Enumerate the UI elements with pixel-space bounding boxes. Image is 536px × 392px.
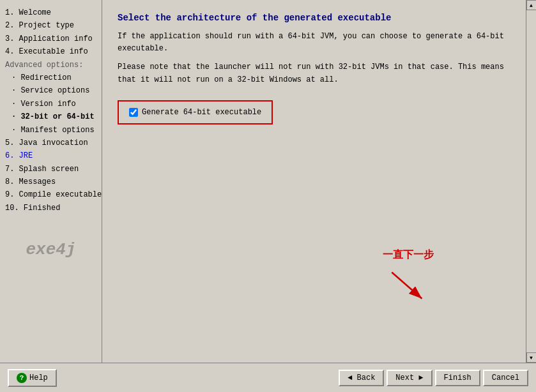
help-button[interactable]: ? Help: [8, 369, 57, 387]
checkbox-container: Generate 64-bit executable: [118, 100, 273, 124]
annotation-text: 一直下一步: [383, 248, 434, 262]
scrollbar-right[interactable]: ▲ ▼: [526, 0, 536, 363]
finish-label: Finish: [444, 373, 471, 382]
annotation-arrow: [383, 267, 434, 305]
footer: ? Help ◄ Back Next ► Finish Cancel: [0, 363, 536, 392]
finish-button[interactable]: Finish: [435, 370, 480, 386]
sidebar-item-executable-info[interactable]: 4. Executable info: [5, 45, 96, 58]
generate-64bit-label: Generate 64-bit executable: [142, 108, 261, 117]
next-button[interactable]: Next ►: [387, 370, 432, 386]
svg-line-1: [392, 273, 422, 299]
next-label: Next ►: [395, 373, 423, 382]
cancel-button[interactable]: Cancel: [483, 370, 528, 386]
scroll-down-btn[interactable]: ▼: [526, 352, 537, 363]
sidebar-item-project-type[interactable]: 2. Project type: [5, 19, 96, 32]
main-container: 1. Welcome 2. Project type 3. Applicatio…: [0, 0, 536, 363]
sidebar-item-application-info[interactable]: 3. Application info: [5, 33, 96, 45]
content-desc2: Please note that the launcher will not r…: [118, 61, 521, 86]
help-label: Help: [29, 373, 48, 382]
sidebar-item-manifest-options[interactable]: · Manifest options: [5, 124, 96, 137]
cancel-label: Cancel: [492, 373, 519, 382]
content-desc1: If the application should run with a 64-…: [118, 31, 521, 55]
content-title: Select the architecture of the generated…: [118, 13, 521, 23]
footer-right: ◄ Back Next ► Finish Cancel: [339, 370, 528, 386]
sidebar: 1. Welcome 2. Project type 3. Applicatio…: [0, 0, 102, 363]
sidebar-item-32or64bit[interactable]: · 32-bit or 64-bit: [5, 110, 96, 123]
footer-left: ? Help: [8, 369, 339, 387]
sidebar-item-finished[interactable]: 10. Finished: [5, 202, 96, 215]
sidebar-item-redirection[interactable]: · Redirection: [5, 72, 96, 84]
sidebar-item-jre[interactable]: 6. JRE: [5, 149, 96, 162]
sidebar-item-java-invocation[interactable]: 5. Java invocation: [5, 137, 96, 149]
back-label: ◄ Back: [348, 373, 375, 382]
sidebar-item-welcome[interactable]: 1. Welcome: [5, 6, 96, 19]
sidebar-item-splash-screen[interactable]: 7. Splash screen: [5, 163, 96, 176]
sidebar-item-version-info[interactable]: · Version info: [5, 98, 96, 110]
scroll-up-btn[interactable]: ▲: [526, 0, 537, 10]
help-icon: ?: [17, 373, 27, 383]
generate-64bit-checkbox[interactable]: [129, 108, 138, 117]
sidebar-logo: exe4j: [26, 240, 75, 259]
content-area: Select the architecture of the generated…: [102, 0, 536, 363]
sidebar-section-advanced: Advanced options:: [5, 59, 96, 72]
back-button[interactable]: ◄ Back: [339, 370, 384, 386]
sidebar-item-messages[interactable]: 8. Messages: [5, 176, 96, 188]
sidebar-item-compile-executable[interactable]: 9. Compile executable: [5, 188, 96, 201]
annotation-area: 一直下一步: [383, 248, 434, 305]
sidebar-item-service-options[interactable]: · Service options: [5, 84, 96, 97]
